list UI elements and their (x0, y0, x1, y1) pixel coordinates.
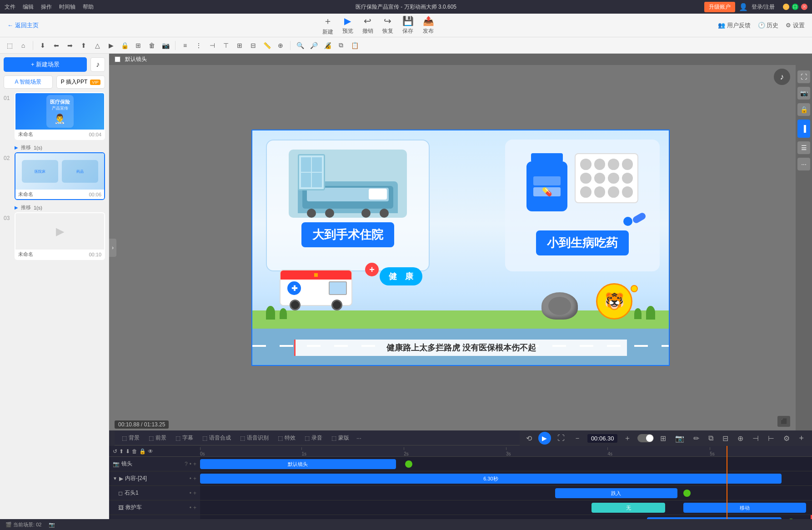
menu-edit[interactable]: 编辑 (23, 3, 34, 11)
tl-header-icon4[interactable]: 🗑 (132, 448, 137, 455)
collapse-panel-icon[interactable]: › (109, 239, 116, 257)
camera-track-dot[interactable]: • (190, 461, 191, 467)
tab-foreground[interactable]: ⬚ 前景 (145, 433, 170, 443)
history-button[interactable]: 🕐 历史 (758, 21, 779, 30)
track-merge-button[interactable]: ⊢ (765, 433, 777, 444)
align-h-tool[interactable]: ≡ (179, 40, 191, 51)
redo-tool-button[interactable]: ↪ 恢复 (382, 15, 393, 35)
tl-header-icon3[interactable]: ⬇ (125, 448, 130, 455)
playhead[interactable] (727, 446, 727, 519)
expand-canvas-icon[interactable]: ⛶ (797, 70, 810, 83)
zoom-in-button[interactable]: ＋ (621, 433, 634, 444)
maximize-button[interactable]: 口 (792, 4, 798, 10)
content-track-plus[interactable]: + (193, 475, 196, 482)
camera-track-question[interactable]: ? (185, 461, 188, 467)
copy-tool[interactable]: ⧉ (335, 40, 347, 51)
rewind-button[interactable]: ⟲ (523, 433, 535, 444)
content-fold-icon[interactable]: ▼ (113, 476, 117, 481)
zoom-in-canvas[interactable]: 🔍 (294, 40, 306, 51)
tl-header-icon6[interactable]: 👁 (148, 448, 153, 455)
tab-subtitle[interactable]: ⬚ 字幕 (172, 433, 197, 443)
snapshot-button[interactable]: 📷 (672, 433, 687, 444)
ppt-button[interactable]: P 插入PPT VIP (56, 75, 105, 89)
edit-button[interactable]: ✏ (691, 433, 702, 444)
lock-tool[interactable]: 🔒 (119, 40, 130, 51)
block-camera-default[interactable]: 默认镜头 (200, 459, 396, 469)
align-v-tool[interactable]: ⋮ (193, 40, 205, 51)
login-label[interactable]: 登录/注册 (752, 3, 775, 11)
camera-track-plus[interactable]: + (193, 461, 196, 467)
new-scene-button[interactable]: + 新建场景 (4, 57, 87, 72)
paste-tool[interactable]: 📋 (349, 40, 361, 51)
save-tool-button[interactable]: 💾 保存 (402, 15, 414, 35)
zoom-out-canvas[interactable]: 🔎 (308, 40, 320, 51)
block-content-main[interactable]: 6.30秒 (200, 474, 782, 484)
rock-track-dot[interactable]: • (190, 490, 191, 496)
back-home-button[interactable]: ← 返回主页 (7, 21, 39, 30)
track-add-button[interactable]: ⊕ (735, 433, 746, 444)
feedback-button[interactable]: 👥 用户反馈 (718, 21, 751, 30)
fullscreen-button[interactable]: ⛶ (555, 433, 567, 443)
tab-asr[interactable]: ⬚ 语音识别 (236, 433, 272, 443)
ambulance-track-dot[interactable]: • (190, 505, 191, 511)
align-right-tool[interactable]: ➡ (64, 40, 76, 51)
tab-record[interactable]: ⬚ 录音 (301, 433, 326, 443)
menu-timeline[interactable]: 时间轴 (59, 3, 75, 11)
dist-h-tool[interactable]: ⊣ (206, 40, 218, 51)
align-left-tool[interactable]: ⬅ (50, 40, 62, 51)
scene-card[interactable]: ▶ 未命名 00:10 (15, 212, 105, 260)
ambulance-track-plus[interactable]: + (193, 505, 196, 511)
triangle-tool[interactable]: △ (91, 40, 103, 51)
tl-header-icon1[interactable]: ↺ (113, 448, 117, 455)
publish-tool-button[interactable]: 📤 发布 (423, 15, 434, 35)
tl-header-icon5[interactable]: 🔒 (139, 448, 146, 455)
close-button[interactable]: ✕ (801, 4, 807, 10)
add-track-button[interactable]: + (796, 433, 807, 444)
blue-block-icon[interactable]: ▐ (797, 120, 810, 138)
block-ambulance-none[interactable]: 无 (591, 503, 665, 513)
camera-tool[interactable]: 📷 (160, 40, 171, 51)
music-button[interactable]: ♪ (90, 57, 105, 72)
select-tool[interactable]: ⬚ (4, 40, 15, 51)
content-track-dot[interactable]: • (190, 475, 191, 482)
tab-background[interactable]: ⬚ 背景 (118, 433, 143, 443)
menu-file[interactable]: 文件 (5, 3, 15, 11)
guide-tool[interactable]: ⊕ (275, 40, 286, 51)
upgrade-button[interactable]: 升级账户 (704, 2, 735, 12)
grid-tool[interactable]: ⊟ (247, 40, 259, 51)
capture-icon[interactable]: ⬛ (777, 416, 790, 427)
camera-checkbox[interactable] (115, 56, 120, 62)
block-plus-bounce[interactable]: 弹跳进入 (647, 517, 782, 519)
delete-tool[interactable]: 🗑 (146, 40, 158, 51)
layer-button[interactable]: ⊟ (720, 433, 731, 444)
menu-help[interactable]: 帮助 (83, 3, 94, 11)
menu-operation[interactable]: 操作 (41, 3, 52, 11)
dist-v-tool[interactable]: ⊤ (220, 40, 232, 51)
block-ambulance-move[interactable]: 移动 (683, 503, 806, 513)
ai-scene-button[interactable]: A 智能场景 (4, 75, 53, 89)
lock-right-icon[interactable]: 🔒 (797, 103, 810, 116)
transform-tool[interactable]: ⌂ (17, 40, 29, 51)
lock-canvas[interactable]: 🔏 (321, 40, 333, 51)
tab-effects[interactable]: ⬚ 特效 (274, 433, 299, 443)
canvas[interactable]: 大到手术住院 💊 (251, 130, 670, 366)
list-right-icon[interactable]: ☰ (797, 141, 810, 154)
scene-card-active[interactable]: 医院床 药品 未命名 00:06 (15, 152, 105, 200)
preview-tool-button[interactable]: ▶ 预览 (342, 15, 353, 35)
play-button[interactable]: ▶ (538, 432, 551, 445)
camera-right-icon[interactable]: 📷 (797, 87, 810, 100)
group-tool[interactable]: ⊞ (132, 40, 144, 51)
download-tool[interactable]: ⬇ (37, 40, 49, 51)
block-rock-enter[interactable]: 跌入 (555, 488, 677, 498)
undo-tool-button[interactable]: ↩ 撤销 (362, 15, 373, 35)
more-tabs-button[interactable]: ··· (356, 435, 361, 441)
tab-mask[interactable]: ⬚ 蒙版 (328, 433, 353, 443)
toggle-switch[interactable] (637, 434, 654, 442)
tab-tts[interactable]: ⬚ 语音合成 (199, 433, 235, 443)
scene-card[interactable]: 医疗保险 产品宣传 👨‍⚕️ 未命名 00:04 (15, 92, 105, 140)
ruler-tool[interactable]: 📏 (261, 40, 273, 51)
filter-button[interactable]: ⧉ (706, 433, 716, 443)
tl-header-icon2[interactable]: ⬆ (119, 448, 124, 455)
minimize-button[interactable]: － (783, 4, 789, 10)
track-split-button[interactable]: ⊣ (750, 433, 762, 444)
